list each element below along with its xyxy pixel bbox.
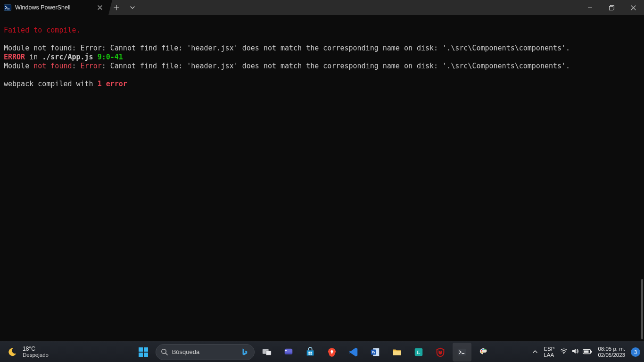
svg-text:W: W — [372, 350, 376, 354]
titlebar-actions — [108, 0, 140, 15]
compile-failed-heading: Failed to compile. — [4, 26, 81, 34]
svg-rect-3 — [139, 347, 143, 352]
taskbar-mcafee[interactable] — [431, 343, 450, 362]
clock-date: 02/05/2023 — [598, 352, 625, 358]
error-in: in — [25, 53, 42, 61]
language-indicator[interactable]: ESP LAA — [544, 346, 554, 358]
svg-rect-9 — [266, 351, 271, 355]
window-minimize-button[interactable] — [579, 0, 601, 15]
language-top: ESP — [544, 346, 554, 352]
error-location: 9:0-41 — [98, 53, 123, 61]
tab-close-button[interactable] — [96, 4, 104, 11]
error-msg-1: Module not found: Error: Cannot find fil… — [4, 44, 570, 52]
taskbar-chat[interactable] — [279, 343, 298, 362]
window-close-button[interactable] — [622, 0, 644, 15]
terminal-window: Windows PowerShell — [0, 0, 644, 341]
svg-rect-4 — [144, 347, 148, 352]
webpack-prefix: webpack compiled with — [4, 80, 98, 88]
svg-point-28 — [563, 353, 564, 354]
weather-condition: Despejado — [23, 352, 49, 358]
weather-temperature: 18°C — [23, 346, 49, 352]
svg-rect-16 — [310, 353, 312, 354]
taskbar-center: Búsqueda — [94, 343, 532, 362]
taskbar-vscode[interactable] — [344, 343, 363, 362]
error-word: Error — [81, 62, 102, 70]
taskbar-search[interactable]: Búsqueda — [156, 344, 255, 360]
svg-rect-14 — [310, 352, 312, 353]
search-icon — [161, 348, 168, 356]
terminal-cursor — [4, 89, 4, 97]
error-msg-2: : Cannot find file: 'header.jsx' does no… — [102, 62, 570, 70]
svg-rect-0 — [4, 5, 11, 10]
taskbar-brave[interactable] — [322, 343, 341, 362]
notifications-button[interactable]: 3 — [631, 347, 640, 357]
weather-text: 18°C Despejado — [23, 346, 49, 358]
svg-rect-2 — [609, 6, 613, 10]
system-tray — [560, 347, 592, 357]
taskbar-clock[interactable]: 08:05 p. m. 02/05/2023 — [598, 346, 625, 358]
taskbar-file-explorer[interactable] — [388, 343, 406, 362]
not-found-word: not found — [33, 62, 72, 70]
language-bottom: LAA — [544, 352, 554, 358]
bing-icon — [240, 347, 249, 357]
search-placeholder: Búsqueda — [172, 348, 200, 355]
taskbar-store[interactable] — [301, 343, 320, 362]
svg-rect-23 — [458, 348, 466, 355]
moon-icon — [7, 346, 18, 358]
weather-widget[interactable]: 18°C Despejado — [0, 346, 94, 358]
taskbar-word[interactable]: W — [366, 343, 385, 362]
window-maximize-button[interactable] — [601, 0, 622, 15]
taskbar-taskview[interactable] — [257, 343, 276, 362]
powershell-icon — [4, 4, 11, 11]
terminal-tab[interactable]: Windows PowerShell — [0, 0, 108, 15]
svg-rect-6 — [144, 353, 148, 357]
error-file: ./src/App.js — [42, 53, 93, 61]
wifi-icon[interactable] — [560, 347, 568, 357]
notification-count: 3 — [634, 349, 637, 355]
svg-rect-30 — [591, 351, 592, 353]
svg-text:L: L — [417, 349, 420, 355]
taskbar: 18°C Despejado Búsqueda — [0, 341, 644, 362]
error-count: 1 error — [98, 80, 127, 88]
svg-point-24 — [481, 350, 482, 351]
taskbar-app-l[interactable]: L — [409, 343, 428, 362]
svg-rect-20 — [393, 351, 401, 355]
module-word: Module — [4, 62, 33, 70]
svg-rect-31 — [584, 350, 589, 353]
terminal-output[interactable]: Failed to compile. Module not found: Err… — [0, 15, 644, 341]
svg-point-11 — [285, 349, 287, 351]
scrollbar-thumb[interactable] — [641, 279, 643, 339]
error-label: ERROR — [4, 53, 25, 61]
start-button[interactable] — [134, 343, 153, 362]
svg-point-25 — [482, 349, 483, 350]
svg-rect-15 — [308, 353, 310, 354]
taskbar-terminal[interactable] — [453, 343, 471, 362]
volume-icon[interactable] — [571, 347, 579, 357]
tab-title: Windows PowerShell — [15, 4, 92, 11]
taskbar-paint[interactable] — [474, 343, 493, 362]
svg-point-27 — [481, 352, 483, 353]
colon1: : — [72, 62, 81, 70]
tray-overflow-button[interactable] — [532, 348, 538, 356]
battery-icon[interactable] — [583, 348, 592, 356]
sp — [93, 53, 98, 61]
svg-point-26 — [484, 349, 486, 350]
clock-time: 08:05 p. m. — [598, 346, 625, 352]
svg-rect-13 — [308, 352, 310, 353]
svg-rect-12 — [284, 352, 292, 354]
window-titlebar: Windows PowerShell — [0, 0, 644, 15]
svg-rect-5 — [139, 353, 143, 357]
tab-dropdown-button[interactable] — [124, 0, 140, 15]
taskbar-right: ESP LAA — [532, 346, 644, 358]
window-controls — [579, 0, 644, 15]
